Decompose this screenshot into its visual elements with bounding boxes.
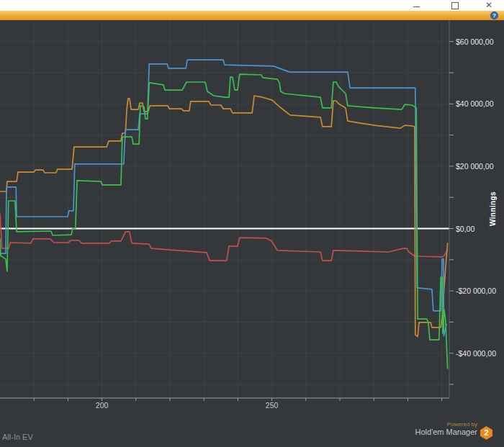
- powered-by-text: Powered by: [415, 421, 477, 428]
- y-axis-title: Winnings: [489, 191, 497, 226]
- minimize-button[interactable]: [405, 0, 427, 11]
- close-button[interactable]: ✕: [478, 0, 500, 11]
- hm2-graph-window: ✕ ? $60 000,00$40 000,00$20 000,00$0,00-…: [0, 0, 504, 447]
- y-axis-label: $0,00: [456, 224, 474, 232]
- series-red-line: [0, 214, 447, 261]
- info-icon[interactable]: ?: [490, 12, 498, 19]
- y-axis-label: $60 000,00: [456, 37, 494, 45]
- x-axis-label: 200: [96, 401, 109, 410]
- maximize-button[interactable]: [444, 0, 466, 11]
- brand-text: Hold'em Manager: [415, 428, 477, 437]
- series-green-line: [0, 74, 448, 369]
- tab-all-in-ev[interactable]: All-In EV: [2, 433, 33, 441]
- maximize-icon: [451, 2, 459, 9]
- y-axis-label: -$20 000,00: [456, 286, 496, 295]
- minimize-icon: [413, 6, 420, 7]
- y-axis-label: -$40 000,00: [456, 348, 496, 357]
- x-axis-label: 250: [266, 401, 279, 410]
- title-bar: [0, 0, 504, 11]
- series-blue-line: [0, 60, 446, 336]
- ribbon-bar: [0, 11, 504, 20]
- powered-by-block: Powered by Hold'em Manager: [415, 421, 477, 437]
- y-axis-label: $40 000,00: [456, 99, 494, 108]
- y-axis-label: $20 000,00: [456, 162, 494, 171]
- winnings-chart: [0, 0, 504, 447]
- close-icon: ✕: [485, 0, 492, 11]
